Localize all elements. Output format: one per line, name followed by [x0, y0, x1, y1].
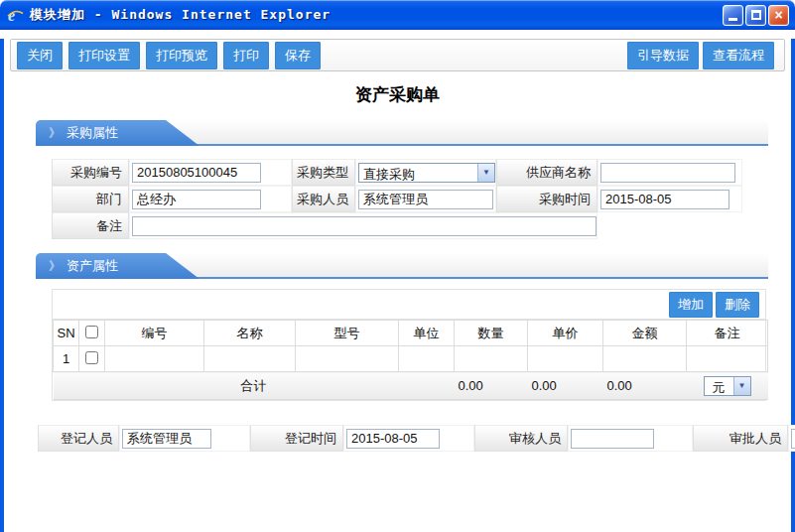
supplier-label: 供应商名称: [496, 159, 597, 186]
approver-label: 审批人员: [693, 425, 788, 452]
register-time-label: 登记时间: [250, 425, 343, 452]
currency-value: 元: [705, 377, 733, 395]
register-time-input[interactable]: [346, 429, 440, 449]
reviewer-label: 审核人员: [474, 425, 568, 452]
purchase-section-title: 采购属性: [66, 125, 118, 140]
toolbar: 关闭 打印设置 打印预览 打印 保存 引导数据 查看流程: [10, 39, 785, 71]
remark-input[interactable]: [132, 216, 596, 236]
row-select-checkbox[interactable]: [85, 351, 98, 364]
section-marker-icon: 》: [49, 259, 61, 273]
print-preview-button[interactable]: 打印预览: [146, 42, 217, 69]
save-button[interactable]: 保存: [275, 42, 321, 69]
purchase-section-bar: 》采购属性: [36, 120, 768, 146]
print-button[interactable]: 打印: [223, 42, 269, 69]
col-header-remark: 备注: [687, 321, 768, 346]
col-header-price: 单价: [528, 321, 603, 346]
asset-table-header-row: SN 编号 名称 型号 单位 数量 单价 金额 备注: [54, 321, 768, 346]
currency-select[interactable]: 元 ▼: [704, 376, 751, 396]
registrar-input[interactable]: [122, 429, 211, 449]
row-amount[interactable]: [603, 346, 687, 372]
col-header-model: 型号: [296, 321, 399, 346]
row-sn: 1: [54, 346, 79, 372]
purchase-type-label: 采购类型: [292, 159, 355, 186]
purchase-type-select[interactable]: 直接采购 ▼: [358, 163, 495, 183]
purchaser-input[interactable]: [358, 190, 493, 209]
col-header-unit: 单位: [399, 321, 455, 346]
select-all-checkbox[interactable]: [85, 326, 98, 338]
asset-table-block: 增加 删除 SN 编号 名称 型号 单位 数量 单价 金额: [52, 289, 766, 401]
chevron-down-icon: ▼: [733, 377, 750, 395]
section-marker-icon: 》: [49, 126, 61, 140]
footer-row: 登记人员 登记时间 审核人员 审批人员: [38, 425, 770, 452]
total-price: 0.00: [528, 372, 603, 400]
window-title: 模块增加 - Windows Internet Explorer: [30, 6, 331, 24]
purchase-type-value: 直接采购: [359, 164, 477, 182]
maximize-icon: [751, 10, 761, 20]
col-header-qty: 数量: [455, 321, 528, 346]
purchaser-label: 采购人员: [292, 186, 355, 212]
guide-data-button[interactable]: 引导数据: [627, 42, 699, 69]
registrar-label: 登记人员: [38, 425, 119, 452]
row-model[interactable]: [296, 346, 399, 372]
asset-section-title: 资产属性: [66, 258, 118, 273]
maximize-button[interactable]: [745, 5, 766, 26]
supplier-input[interactable]: [600, 163, 735, 183]
department-input[interactable]: [132, 190, 261, 209]
minimize-icon: [729, 18, 737, 21]
purchase-no-label: 采购编号: [52, 159, 129, 186]
asset-actions-row: 增加 删除: [53, 290, 765, 320]
print-settings-button[interactable]: 打印设置: [68, 42, 140, 69]
purchase-time-input[interactable]: [600, 190, 729, 209]
page-title: 资产采购单: [4, 83, 791, 106]
col-header-name: 名称: [204, 321, 296, 346]
remark-label: 备注: [52, 212, 129, 239]
purchase-no-input[interactable]: [132, 163, 261, 183]
close-page-button[interactable]: 关闭: [17, 42, 63, 69]
approver-input[interactable]: [791, 429, 795, 449]
row-remark[interactable]: [687, 346, 768, 372]
delete-row-button[interactable]: 删除: [716, 292, 759, 318]
asset-section-tab: 》资产属性: [36, 253, 199, 279]
purchase-section-tab: 》采购属性: [36, 120, 199, 146]
total-qty: 0.00: [455, 372, 528, 400]
client-area: 关闭 打印设置 打印预览 打印 保存 引导数据 查看流程 资产采购单 》采购属性…: [0, 39, 795, 532]
col-header-select: [79, 321, 105, 346]
col-header-amount: 金额: [603, 321, 687, 346]
row-price[interactable]: [528, 346, 603, 372]
reviewer-input[interactable]: [571, 429, 654, 449]
view-process-button[interactable]: 查看流程: [703, 42, 774, 69]
purchase-form-row-3: 备注: [52, 212, 742, 239]
row-name[interactable]: [204, 346, 296, 372]
purchase-time-label: 采购时间: [496, 186, 597, 212]
minimize-button[interactable]: [723, 5, 743, 26]
asset-section-bar: 》资产属性: [36, 253, 768, 279]
purchase-form-row-1: 采购编号 采购类型 直接采购 ▼ 供应商名称: [52, 159, 742, 186]
row-unit[interactable]: [399, 346, 455, 372]
col-header-sn: SN: [54, 321, 79, 346]
row-no[interactable]: [105, 346, 204, 372]
close-button[interactable]: ×: [768, 5, 789, 26]
department-label: 部门: [52, 186, 129, 212]
total-amount: 0.00: [603, 372, 687, 400]
chevron-down-icon: ▼: [477, 164, 494, 182]
asset-table: SN 编号 名称 型号 单位 数量 单价 金额 备注 1: [53, 320, 768, 400]
row-qty[interactable]: [455, 346, 528, 372]
asset-total-row: 合计 0.00 0.00 0.00 元 ▼: [54, 372, 768, 400]
add-row-button[interactable]: 增加: [669, 292, 713, 318]
asset-table-row: 1: [54, 346, 768, 372]
title-bar[interactable]: e 模块增加 - Windows Internet Explorer ×: [0, 0, 795, 30]
purchase-form-row-2: 部门 采购人员 采购时间: [52, 186, 742, 212]
close-icon: ×: [774, 8, 782, 22]
ie-icon: e: [6, 7, 25, 24]
col-header-no: 编号: [105, 321, 204, 346]
browser-window: e 模块增加 - Windows Internet Explorer × 关闭 …: [0, 0, 795, 532]
total-label: 合计: [54, 372, 455, 400]
